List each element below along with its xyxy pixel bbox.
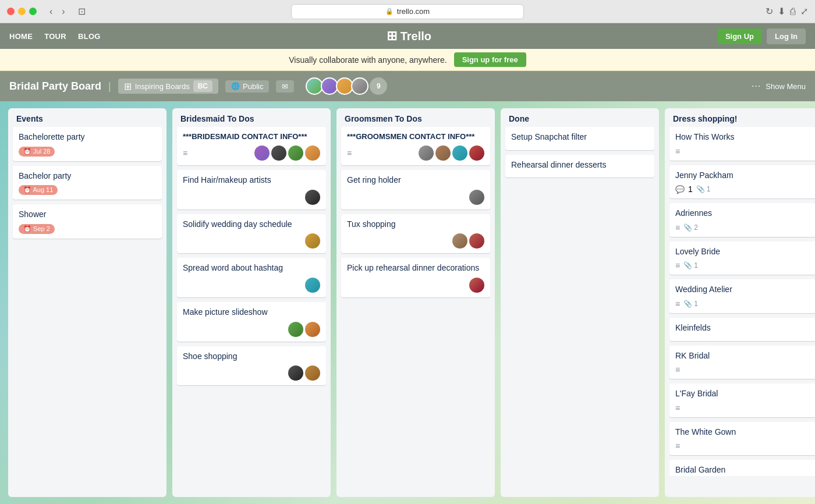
- card-title: Setup Snapchat filter: [511, 132, 649, 143]
- attachment-info: 📎 1: [696, 185, 711, 193]
- card-schedule[interactable]: Solidify wedding day schedule: [177, 214, 326, 254]
- card-avatar: [288, 145, 303, 161]
- card-meta: [183, 278, 320, 293]
- due-date-badge: ⏰ Aug 11: [19, 185, 58, 195]
- card-how-works[interactable]: How This Works ≡: [669, 127, 815, 161]
- card-white-gown[interactable]: The White Gown ≡: [669, 422, 815, 456]
- card-ring[interactable]: Get ring holder: [341, 170, 490, 210]
- mac-window-chrome: ‹ › ⊡ 🔒 trello.com ↻ ⬇ ⎙ ⤢: [0, 0, 815, 23]
- member-count[interactable]: 9: [370, 77, 387, 95]
- card-groomsmen-contact[interactable]: ***GROOMSMEN CONTACT INFO*** ≡: [341, 127, 490, 165]
- list-bridesmaid-header: Bridesmaid To Dos: [172, 108, 331, 127]
- card-wedding-atelier[interactable]: Wedding Atelier ≡ 📎 1: [669, 279, 815, 313]
- attachment-info: 📎 1: [683, 300, 698, 308]
- list-groomsmen: Groomsmen To Dos ***GROOMSMEN CONTACT IN…: [336, 108, 495, 497]
- card-avatars: [254, 145, 320, 161]
- list-bridesmaid-cards: ***BRIDESMAID CONTACT INFO*** ≡ Find Hai…: [172, 127, 331, 390]
- card-jenny[interactable]: Jenny Packham 💬 1 📎 1: [669, 165, 815, 199]
- fullscreen-button[interactable]: ⤢: [800, 6, 808, 17]
- share-button[interactable]: ⎙: [790, 6, 796, 17]
- description-icon: ≡: [347, 148, 352, 158]
- minimize-button[interactable]: [18, 8, 26, 15]
- card-bridal-garden[interactable]: Bridal Garden ≡: [669, 460, 815, 476]
- card-meta: [347, 190, 484, 205]
- url-bar[interactable]: 🔒 trello.com: [291, 4, 524, 19]
- attachment-icon: 📎: [683, 261, 692, 269]
- blog-link[interactable]: BLOG: [78, 32, 101, 41]
- home-link[interactable]: HOME: [9, 32, 33, 41]
- browser-actions: ↻ ⬇ ⎙ ⤢: [766, 6, 808, 17]
- card-avatar: [305, 233, 320, 249]
- card-meta: ⏰ Sep 2: [19, 224, 156, 234]
- card-title: Adriennes: [675, 208, 810, 219]
- card-avatar: [305, 365, 320, 381]
- card-meta: ≡: [347, 145, 484, 161]
- inspiring-boards-label: Inspiring Boards: [135, 82, 190, 91]
- card-snapchat[interactable]: Setup Snapchat filter: [505, 127, 654, 150]
- browser-navigation: ‹ ›: [46, 5, 69, 18]
- board-icon: ⊞: [124, 81, 132, 92]
- card-lfay[interactable]: L'Fay Bridal ≡: [669, 384, 815, 417]
- card-avatars: [469, 190, 484, 205]
- card-avatar: [305, 190, 320, 205]
- card-title: Bachelor party: [19, 171, 156, 182]
- card-shower[interactable]: Shower ⏰ Sep 2: [13, 204, 162, 239]
- url-text: trello.com: [397, 7, 430, 16]
- description-icon: ≡: [675, 261, 680, 270]
- inspiring-boards-badge[interactable]: ⊞ Inspiring Boards BC: [118, 79, 218, 94]
- more-options-icon: ···: [752, 81, 761, 91]
- show-menu-button[interactable]: Show Menu: [766, 82, 806, 91]
- card-tux[interactable]: Tux shopping: [341, 214, 490, 254]
- description-icon: ≡: [675, 147, 680, 156]
- card-lovely-bride[interactable]: Lovely Bride ≡ 📎 1: [669, 242, 815, 275]
- card-avatar: [288, 365, 303, 381]
- card-meta: ≡ 📎 1: [675, 261, 810, 270]
- tab-view-button[interactable]: ⊡: [73, 5, 90, 18]
- forward-button[interactable]: ›: [58, 5, 68, 18]
- maximize-button[interactable]: [29, 8, 37, 15]
- globe-icon: 🌐: [231, 82, 240, 90]
- trello-logo: ⊞ Trello: [112, 29, 706, 44]
- card-avatars: [419, 145, 484, 161]
- card-rehearsal-decor[interactable]: Pick up rehearsal dinner decorations: [341, 258, 490, 297]
- attachment-icon: 📎: [683, 300, 692, 308]
- card-meta: ⏰ Jul 28: [19, 147, 156, 157]
- card-avatar: [469, 278, 484, 293]
- card-adriennes[interactable]: Adriennes ≡ 📎 2: [669, 203, 815, 237]
- back-button[interactable]: ‹: [46, 5, 56, 18]
- list-done: Done Setup Snapchat filter Rehearsal din…: [501, 108, 659, 497]
- card-hashtag[interactable]: Spread word about hashtag: [177, 258, 326, 297]
- card-avatar: [435, 145, 451, 161]
- card-title: Find Hair/makeup artists: [183, 175, 320, 186]
- close-button[interactable]: [7, 8, 15, 15]
- card-hair[interactable]: Find Hair/makeup artists: [177, 170, 326, 210]
- banner-cta-button[interactable]: Sign up for free: [454, 52, 526, 67]
- card-avatar: [271, 145, 286, 161]
- refresh-button[interactable]: ↻: [766, 6, 773, 17]
- card-shoes[interactable]: Shoe shopping: [177, 346, 326, 386]
- list-dress-cards: How This Works ≡ Jenny Packham 💬 1 📎 1 A: [665, 127, 815, 476]
- tour-link[interactable]: TOUR: [44, 32, 66, 41]
- card-bachelor[interactable]: Bachelor party ⏰ Aug 11: [13, 166, 162, 200]
- board-title: Bridal Party Board: [9, 80, 101, 93]
- card-title: Tux shopping: [347, 219, 484, 230]
- share-button[interactable]: ✉: [276, 80, 294, 93]
- lock-icon: 🔒: [385, 8, 394, 15]
- card-rehearsal-desserts[interactable]: Rehearsal dinner desserts: [505, 155, 654, 178]
- card-kleinfelds[interactable]: Kleinfelds: [669, 318, 815, 341]
- signup-button[interactable]: Sign Up: [717, 29, 762, 44]
- description-icon: ≡: [675, 441, 680, 450]
- card-bridesmaid-contact[interactable]: ***BRIDESMAID CONTACT INFO*** ≡: [177, 127, 326, 165]
- card-title: Jenny Packham: [675, 170, 810, 182]
- board-body: Events Bachelorette party ⏰ Jul 28 Bache…: [0, 101, 815, 504]
- download-button[interactable]: ⬇: [778, 6, 785, 17]
- banner-text: Visually collaborate with anyone, anywhe…: [289, 55, 447, 65]
- card-bachelorette[interactable]: Bachelorette party ⏰ Jul 28: [13, 127, 162, 161]
- card-title: Rehearsal dinner desserts: [511, 159, 649, 171]
- list-dress: Dress shopping! How This Works ≡ Jenny P…: [665, 108, 815, 497]
- login-button[interactable]: Log In: [767, 29, 806, 44]
- card-avatars: [288, 322, 320, 337]
- card-rk-bridal[interactable]: RK Bridal ≡: [669, 346, 815, 379]
- member-avatar-4[interactable]: [351, 77, 368, 95]
- card-slideshow[interactable]: Make picture slideshow: [177, 302, 326, 342]
